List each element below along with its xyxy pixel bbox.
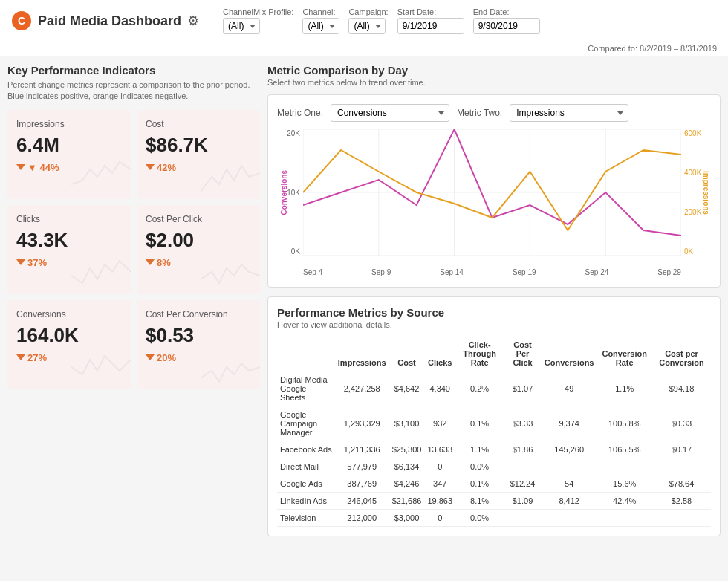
start-date-label: Start Date: (397, 7, 464, 16)
col-cost-conv: Cost per Conversion (652, 337, 711, 371)
table-cell: 0.0% (455, 510, 504, 527)
kpi-label-cost: Cost (146, 119, 251, 129)
kpi-card-impressions: Impressions 6.4M ▼ 44% (7, 110, 131, 199)
kpi-label-cost-per-conversion: Cost Per Conversion (146, 309, 251, 319)
x-axis: Sep 4 Sep 9 Sep 14 Sep 19 Sep 24 Sep 29 (303, 259, 681, 278)
table-cell: 347 (424, 475, 455, 493)
channel-mix-label: ChannelMix Profile: (223, 7, 293, 16)
table-cell: $1.09 (504, 493, 542, 510)
kpi-grid: Impressions 6.4M ▼ 44% Cost $86.7K 42% (7, 110, 260, 389)
logo-area: C Paid Media Dashboard ⚙ (11, 10, 199, 31)
kpi-bg-chart-conversions (71, 345, 131, 389)
campaign-filter: Campaign: (All) (348, 7, 388, 34)
col-conv-rate: Conversion Rate (597, 337, 652, 371)
end-date-input[interactable] (473, 18, 540, 34)
kpi-value-cost: $86.7K (146, 134, 251, 157)
kpi-value-cost-per-conversion: $0.53 (146, 324, 251, 347)
table-cell: 932 (424, 406, 455, 441)
table-row: Facebook Ads1,211,336$25,30013,6331.1%$1… (277, 441, 711, 458)
table-cell: $25,300 (389, 441, 425, 458)
down-arrow-icon (16, 354, 25, 360)
app-title: Paid Media Dashboard (38, 13, 181, 29)
kpi-value-conversions: 164.0K (16, 324, 122, 347)
table-cell (597, 510, 652, 527)
table-cell: 1005.8% (597, 406, 652, 441)
table-cell: 577,979 (335, 458, 389, 475)
down-arrow-icon (146, 164, 155, 170)
metric-two-select[interactable]: Impressions (510, 104, 628, 122)
table-cell: 0 (424, 510, 455, 527)
y-axis-impressions-label: Impressions (702, 171, 710, 215)
kpi-bg-chart-cost (201, 155, 260, 199)
y-left-0k: 0K (291, 247, 300, 256)
kpi-bg-chart-clicks (71, 250, 131, 294)
kpi-title: Key Performance Indicators (7, 64, 260, 77)
settings-button[interactable]: ⚙ (187, 13, 199, 29)
table-cell: 212,000 (335, 510, 389, 527)
table-cell: 1,211,336 (335, 441, 389, 458)
table-cell: $4,642 (389, 371, 425, 406)
table-cell: 1065.5% (597, 441, 652, 458)
table-cell: 42.4% (597, 493, 652, 510)
table-cell (542, 458, 597, 475)
y-right-0k: 0K (684, 247, 693, 256)
campaign-label: Campaign: (348, 7, 388, 16)
table-cell: 145,260 (542, 441, 597, 458)
col-conversions: Conversions (542, 337, 597, 371)
table-cell: 49 (542, 371, 597, 406)
table-cell (652, 458, 711, 475)
col-impressions: Impressions (335, 337, 389, 371)
table-row: Television212,000$3,00000.0% (277, 510, 711, 527)
channel-mix-filter: ChannelMix Profile: (All) (223, 7, 293, 34)
table-cell (597, 458, 652, 475)
campaign-select[interactable]: (All) (348, 18, 386, 34)
metric-one-label: Metric One: (277, 108, 323, 118)
table-cell: 8,412 (542, 493, 597, 510)
x-sep14: Sep 14 (440, 268, 464, 276)
x-sep29: Sep 29 (657, 268, 681, 276)
metric-comparison-desc: Select two metrics below to trend over t… (267, 78, 721, 87)
performance-desc: Hover to view additional details. (277, 320, 711, 329)
table-cell: 1.1% (455, 441, 504, 458)
end-date-label: End Date: (473, 7, 540, 16)
table-cell: 54 (542, 475, 597, 493)
channel-mix-select[interactable]: (All) (223, 18, 260, 34)
channel-select[interactable]: (All) (302, 18, 339, 34)
kpi-value-cost-per-click: $2.00 (146, 229, 251, 252)
kpi-value-impressions: 6.4M (16, 134, 122, 157)
table-cell: 0 (424, 458, 455, 475)
down-arrow-icon (146, 259, 155, 265)
table-body: Digital Media Google Sheets2,427,258$4,6… (277, 371, 711, 527)
table-row: Google Ads387,769$4,2463470.1%$12.245415… (277, 475, 711, 493)
x-sep24: Sep 24 (585, 268, 609, 276)
table-cell: 15.6% (597, 475, 652, 493)
kpi-card-conversions: Conversions 164.0K 27% (7, 300, 131, 389)
metric-selectors: Metric One: Conversions Metric Two: Impr… (277, 104, 711, 122)
cell-source: Google Campaign Manager (277, 406, 335, 441)
metric-comparison-section: Metric Comparison by Day Select two metr… (267, 64, 721, 288)
table-cell: $94.18 (652, 371, 711, 406)
metric-comparison-title: Metric Comparison by Day (267, 64, 721, 77)
kpi-label-impressions: Impressions (16, 119, 122, 129)
table-cell: 13,633 (424, 441, 455, 458)
metric-one-select[interactable]: Conversions (331, 104, 449, 122)
kpi-panel: Key Performance Indicators Percent chang… (7, 64, 260, 536)
kpi-bg-chart-cpa (201, 345, 260, 389)
kpi-card-cost-per-conversion: Cost Per Conversion $0.53 20% (137, 300, 260, 389)
table-cell: $1.07 (504, 371, 542, 406)
col-cpc: Cost Per Click (504, 337, 542, 371)
kpi-bg-chart-cpc (201, 250, 260, 294)
start-date-input[interactable] (397, 18, 464, 34)
right-panel: Metric Comparison by Day Select two metr… (267, 64, 721, 536)
table-cell (504, 510, 542, 527)
start-date-filter: Start Date: (397, 7, 464, 34)
table-cell: 0.2% (455, 371, 504, 406)
table-cell: 1,293,329 (335, 406, 389, 441)
table-row: Digital Media Google Sheets2,427,258$4,6… (277, 371, 711, 406)
x-sep9: Sep 9 (371, 268, 391, 276)
table-cell: 0.1% (455, 406, 504, 441)
table-cell (542, 510, 597, 527)
table-cell: $3.33 (504, 406, 542, 441)
table-row: Direct Mail577,979$6,13400.0% (277, 458, 711, 475)
kpi-description: Percent change metrics represent a compa… (7, 79, 260, 103)
